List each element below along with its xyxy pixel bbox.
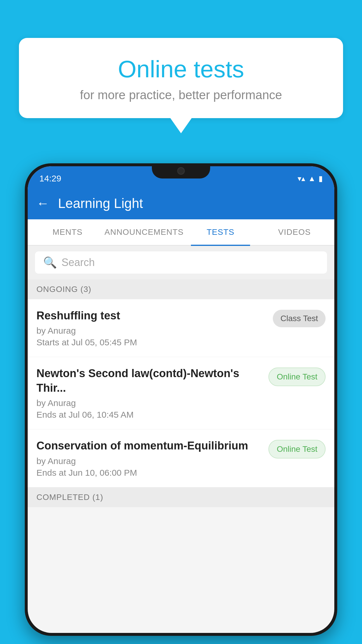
test-author: by Anurag: [36, 456, 264, 466]
app-title: Learning Light: [58, 195, 143, 211]
wifi-icon: ▾▴: [298, 174, 305, 183]
test-author: by Anurag: [36, 398, 264, 408]
test-info: Conservation of momentum-Equilibrium by …: [36, 439, 264, 477]
test-name: Conservation of momentum-Equilibrium: [36, 439, 264, 453]
phone-wrapper: 14:29 ▾▴ ▲ ▮ ← Learning Light MENTS ANNO…: [25, 163, 337, 636]
completed-section-header: COMPLETED (1): [28, 487, 334, 507]
status-icons: ▾▴ ▲ ▮: [298, 174, 323, 183]
test-badge-class: Class Test: [273, 310, 326, 327]
tests-list: Reshuffling test by Anurag Starts at Jul…: [28, 299, 334, 487]
test-item[interactable]: Reshuffling test by Anurag Starts at Jul…: [28, 299, 334, 357]
back-button[interactable]: ←: [36, 196, 49, 211]
test-author: by Anurag: [36, 326, 268, 336]
front-camera: [177, 167, 185, 175]
tab-announcements[interactable]: ANNOUNCEMENTS: [105, 219, 184, 245]
test-info: Newton's Second law(contd)-Newton's Thir…: [36, 366, 264, 420]
test-date: Ends at Jul 06, 10:45 AM: [36, 410, 264, 420]
test-info: Reshuffling test by Anurag Starts at Jul…: [36, 309, 268, 347]
search-icon: 🔍: [43, 256, 57, 269]
test-name: Newton's Second law(contd)-Newton's Thir…: [36, 366, 264, 395]
phone-notch: [152, 163, 210, 178]
app-header: ← Learning Light: [28, 187, 334, 219]
test-item[interactable]: Newton's Second law(contd)-Newton's Thir…: [28, 357, 334, 429]
speech-bubble-subtitle: for more practice, better performance: [34, 88, 328, 102]
speech-bubble: Online tests for more practice, better p…: [19, 38, 343, 118]
search-bar[interactable]: 🔍 Search: [35, 251, 327, 274]
test-badge-online: Online Test: [268, 368, 326, 386]
tab-ments[interactable]: MENTS: [31, 219, 105, 245]
search-input[interactable]: Search: [61, 256, 95, 269]
phone-screen: 14:29 ▾▴ ▲ ▮ ← Learning Light MENTS ANNO…: [28, 166, 334, 633]
tab-tests[interactable]: TESTS: [184, 219, 258, 245]
phone-frame: 14:29 ▾▴ ▲ ▮ ← Learning Light MENTS ANNO…: [25, 163, 337, 636]
test-badge-online: Online Test: [268, 440, 326, 459]
test-date: Ends at Jun 10, 06:00 PM: [36, 468, 264, 478]
test-date: Starts at Jul 05, 05:45 PM: [36, 337, 268, 347]
tab-videos[interactable]: VIDEOS: [257, 219, 331, 245]
tabs-bar: MENTS ANNOUNCEMENTS TESTS VIDEOS: [28, 219, 334, 246]
signal-icon: ▲: [308, 174, 316, 183]
speech-bubble-title: Online tests: [34, 55, 328, 83]
ongoing-section-header: ONGOING (3): [28, 279, 334, 299]
test-name: Reshuffling test: [36, 309, 268, 323]
test-item[interactable]: Conservation of momentum-Equilibrium by …: [28, 429, 334, 487]
search-container: 🔍 Search: [28, 246, 334, 279]
status-time: 14:29: [39, 174, 61, 183]
battery-icon: ▮: [319, 174, 323, 183]
